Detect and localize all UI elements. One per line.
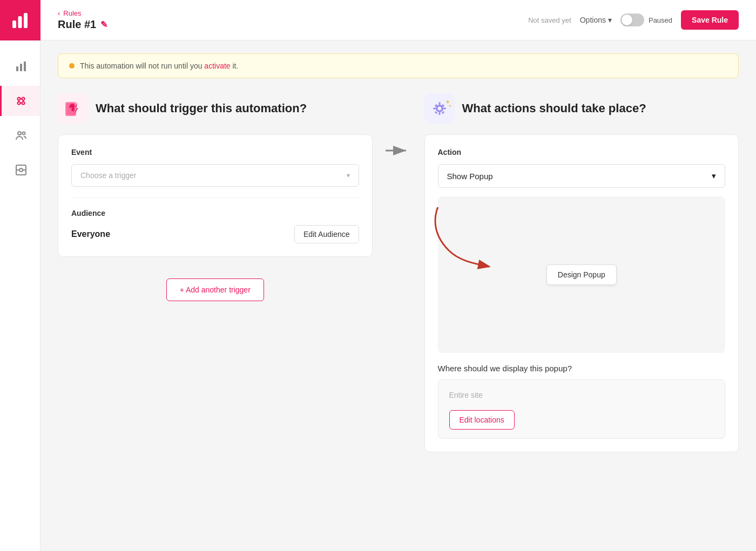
breadcrumb-arrow: ‹ (58, 9, 60, 17)
svg-point-9 (17, 102, 20, 105)
warning-text: This automation will not run until you a… (80, 62, 238, 70)
save-rule-button[interactable]: Save Rule (681, 10, 739, 30)
location-card: Entire site Edit locations (438, 379, 726, 439)
paused-toggle-container: Paused (620, 13, 672, 26)
action-chevron-icon: ▾ (712, 171, 716, 181)
audience-value: Everyone (71, 229, 110, 239)
page-body: This automation will not run until you a… (40, 40, 756, 551)
card-divider (71, 198, 359, 198)
trigger-placeholder: Choose a trigger (80, 171, 137, 180)
svg-rect-0 (12, 21, 16, 28)
audience-row: Everyone Edit Audience (71, 225, 359, 243)
svg-rect-5 (24, 62, 26, 71)
edit-locations-button[interactable]: Edit locations (449, 410, 515, 430)
svg-rect-29 (438, 102, 440, 105)
svg-point-17 (19, 168, 23, 172)
svg-rect-3 (16, 66, 18, 71)
app-logo[interactable] (0, 0, 40, 40)
sidebar-item-analytics[interactable] (0, 51, 40, 81)
toggle-label: Paused (649, 16, 672, 24)
breadcrumb[interactable]: ‹ Rules (58, 9, 107, 17)
not-saved-label: Not saved yet (528, 16, 571, 24)
options-button[interactable]: Options ▾ (580, 16, 612, 24)
options-chevron-icon: ▾ (608, 16, 612, 24)
activate-link[interactable]: activate (204, 62, 230, 70)
trigger-section-title: What should trigger this automation? (96, 101, 307, 115)
svg-rect-1 (18, 16, 22, 28)
action-icon: ✦ ✦ (424, 93, 455, 124)
sidebar-nav (0, 40, 40, 185)
design-popup-button[interactable]: Design Popup (546, 264, 617, 285)
trigger-column: What should trigger this automation? Eve… (58, 93, 373, 452)
options-label: Options (580, 16, 606, 24)
edit-audience-button[interactable]: Edit Audience (294, 225, 359, 243)
header-right: Not saved yet Options ▾ Paused Save Rule (528, 10, 739, 30)
trigger-icon (58, 93, 88, 124)
curved-arrow-icon (406, 196, 514, 304)
action-section-title: What actions should take place? (462, 101, 646, 115)
trigger-section-header: What should trigger this automation? (58, 93, 373, 124)
action-section-header: ✦ ✦ What actions should take place? (424, 93, 739, 124)
two-column-layout: What should trigger this automation? Eve… (58, 93, 739, 452)
event-label: Event (71, 148, 359, 157)
action-value: Show Popup (447, 172, 493, 181)
main-content: ‹ Rules Rule #1 ✎ Not saved yet Options … (40, 0, 756, 551)
sidebar-item-content[interactable] (0, 155, 40, 185)
header: ‹ Rules Rule #1 ✎ Not saved yet Options … (40, 0, 756, 40)
header-left: ‹ Rules Rule #1 ✎ (58, 9, 107, 31)
toggle-knob (622, 15, 632, 25)
warning-banner: This automation will not run until you a… (58, 53, 739, 78)
svg-point-7 (22, 102, 24, 105)
svg-point-14 (18, 132, 21, 135)
svg-rect-2 (24, 13, 28, 28)
svg-rect-31 (433, 108, 436, 110)
add-trigger-button[interactable]: + Add another trigger (166, 278, 264, 301)
svg-point-28 (437, 107, 441, 111)
sidebar (0, 0, 40, 551)
svg-text:✦: ✦ (448, 104, 452, 108)
audience-label: Audience (71, 209, 359, 217)
action-column: ✦ ✦ What actions should take place? Acti… (424, 93, 739, 452)
trigger-chevron-icon: ▾ (347, 172, 350, 179)
breadcrumb-label[interactable]: Rules (63, 9, 81, 17)
sidebar-item-users[interactable] (0, 120, 40, 151)
edit-title-icon[interactable]: ✎ (100, 19, 107, 30)
svg-rect-32 (443, 108, 446, 110)
warning-dot-icon (69, 63, 75, 69)
svg-rect-4 (20, 64, 22, 71)
svg-point-15 (22, 132, 25, 135)
page-title: Rule #1 ✎ (58, 18, 107, 31)
action-card: Action Show Popup ▾ (424, 134, 739, 452)
page-title-text: Rule #1 (58, 18, 96, 31)
sidebar-item-automations[interactable] (0, 86, 40, 116)
trigger-card: Event Choose a trigger ▾ Audience Everyo… (58, 134, 373, 257)
paused-toggle[interactable] (620, 13, 644, 26)
arrow-icon (386, 142, 411, 159)
popup-design-area: Design Popup (438, 196, 726, 353)
location-value: Entire site (449, 391, 714, 399)
svg-rect-30 (438, 112, 440, 115)
action-dropdown[interactable]: Show Popup ▾ (438, 164, 726, 188)
svg-point-8 (22, 98, 24, 100)
location-question: Where should we display this popup? (438, 364, 726, 373)
action-label: Action (438, 148, 726, 157)
trigger-select[interactable]: Choose a trigger ▾ (71, 164, 359, 187)
svg-point-6 (17, 98, 20, 100)
